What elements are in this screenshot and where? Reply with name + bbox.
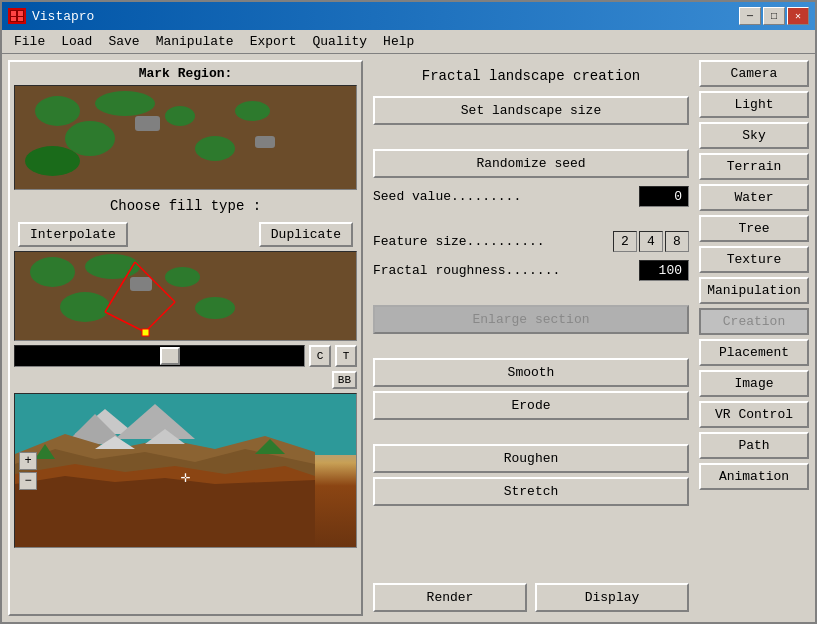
camera-button[interactable]: Camera	[699, 60, 809, 87]
menu-help[interactable]: Help	[375, 32, 422, 51]
divider5	[373, 428, 689, 436]
restore-button[interactable]: □	[763, 7, 785, 25]
svg-rect-1	[11, 11, 16, 16]
spacer	[373, 514, 689, 571]
rock-patch	[255, 136, 275, 148]
menu-quality[interactable]: Quality	[304, 32, 375, 51]
smooth-button[interactable]: Smooth	[373, 358, 689, 387]
manipulation-button[interactable]: Manipulation	[699, 277, 809, 304]
title-bar: Vistapro ─ □ ✕	[2, 2, 815, 30]
fractal-title: Fractal landscape creation	[373, 64, 689, 88]
choose-fill-label: Choose fill type :	[14, 194, 357, 218]
zoom-controls: + −	[19, 452, 37, 490]
close-button[interactable]: ✕	[787, 7, 809, 25]
divider2	[373, 215, 689, 223]
duplicate-button[interactable]: Duplicate	[259, 222, 353, 247]
divider4	[373, 342, 689, 350]
vr-control-button[interactable]: VR Control	[699, 401, 809, 428]
light-button[interactable]: Light	[699, 91, 809, 118]
slider-row: C T	[14, 345, 357, 367]
svg-rect-4	[18, 17, 23, 21]
window-controls: ─ □ ✕	[739, 7, 809, 25]
crosshair: ✛	[178, 470, 194, 486]
svg-marker-18	[15, 476, 315, 547]
seed-row: Seed value......... 0	[373, 186, 689, 207]
terrain-patch	[195, 136, 235, 161]
bb-button[interactable]: BB	[332, 371, 357, 389]
svg-rect-2	[18, 11, 23, 16]
animation-button[interactable]: Animation	[699, 463, 809, 490]
main-window: Vistapro ─ □ ✕ File Load Save Manipulate…	[0, 0, 817, 624]
svg-rect-9	[142, 329, 149, 336]
render-button[interactable]: Render	[373, 583, 527, 612]
seed-value[interactable]: 0	[639, 186, 689, 207]
slider-track[interactable]	[14, 345, 305, 367]
middle-panel: Fractal landscape creation Set landscape…	[369, 60, 693, 616]
feature-label: Feature size..........	[373, 234, 613, 249]
slider-c-button[interactable]: C	[309, 345, 331, 367]
terrain-button[interactable]: Terrain	[699, 153, 809, 180]
menu-manipulate[interactable]: Manipulate	[148, 32, 242, 51]
svg-marker-11	[115, 404, 195, 439]
interpolate-button[interactable]: Interpolate	[18, 222, 128, 247]
menu-load[interactable]: Load	[53, 32, 100, 51]
feature-val-8[interactable]: 8	[665, 231, 689, 252]
minimize-button[interactable]: ─	[739, 7, 761, 25]
roughness-value[interactable]: 100	[639, 260, 689, 281]
divider3	[373, 289, 689, 297]
terrain-patch	[95, 91, 155, 116]
bb-row: BB	[14, 371, 357, 389]
menubar: File Load Save Manipulate Export Quality…	[2, 30, 815, 54]
terrain-patch	[235, 101, 270, 121]
menu-export[interactable]: Export	[242, 32, 305, 51]
roughen-button[interactable]: Roughen	[373, 444, 689, 473]
selection-overlay	[15, 252, 356, 340]
feature-size-row: Feature size.......... 2 4 8	[373, 231, 689, 252]
placement-button[interactable]: Placement	[699, 339, 809, 366]
water-button[interactable]: Water	[699, 184, 809, 211]
image-button[interactable]: Image	[699, 370, 809, 397]
terrain-patch	[165, 106, 195, 126]
window-title: Vistapro	[32, 9, 94, 24]
slider-t-button[interactable]: T	[335, 345, 357, 367]
mark-region-label: Mark Region:	[14, 66, 357, 81]
stretch-button[interactable]: Stretch	[373, 477, 689, 506]
fill-type-buttons: Interpolate Duplicate	[14, 222, 357, 247]
tree-button[interactable]: Tree	[699, 215, 809, 242]
terrain-3d-view[interactable]: + − ✛	[14, 393, 357, 548]
second-map-canvas[interactable]	[14, 251, 357, 341]
menu-file[interactable]: File	[6, 32, 53, 51]
svg-line-6	[145, 302, 175, 332]
top-map-canvas[interactable]	[14, 85, 357, 190]
left-panel: Mark Region: Choose fill type : Interpol…	[8, 60, 363, 616]
terrain-patch	[25, 146, 80, 176]
feature-values: 2 4 8	[613, 231, 689, 252]
render-row: Render Display	[373, 579, 689, 612]
feature-val-4[interactable]: 4	[639, 231, 663, 252]
set-landscape-button[interactable]: Set landscape size	[373, 96, 689, 125]
divider1	[373, 133, 689, 141]
seed-label: Seed value.........	[373, 189, 639, 204]
feature-val-2[interactable]: 2	[613, 231, 637, 252]
roughness-row: Fractal roughness....... 100	[373, 260, 689, 281]
sky-button[interactable]: Sky	[699, 122, 809, 149]
roughness-label: Fractal roughness.......	[373, 263, 639, 278]
creation-button[interactable]: Creation	[699, 308, 809, 335]
menu-save[interactable]: Save	[100, 32, 147, 51]
terrain-patch	[35, 96, 80, 126]
erode-button[interactable]: Erode	[373, 391, 689, 420]
svg-line-7	[105, 312, 145, 332]
main-content: Mark Region: Choose fill type : Interpol…	[2, 54, 815, 622]
zoom-out-button[interactable]: −	[19, 472, 37, 490]
enlarge-button[interactable]: Enlarge section	[373, 305, 689, 334]
randomize-seed-button[interactable]: Randomize seed	[373, 149, 689, 178]
svg-rect-3	[11, 17, 16, 21]
roughen-stretch-pair: Roughen Stretch	[373, 444, 689, 506]
slider-thumb[interactable]	[160, 347, 180, 365]
title-bar-left: Vistapro	[8, 8, 94, 24]
zoom-in-button[interactable]: +	[19, 452, 37, 470]
path-button[interactable]: Path	[699, 432, 809, 459]
texture-button[interactable]: Texture	[699, 246, 809, 273]
smooth-erode-pair: Smooth Erode	[373, 358, 689, 420]
display-button[interactable]: Display	[535, 583, 689, 612]
